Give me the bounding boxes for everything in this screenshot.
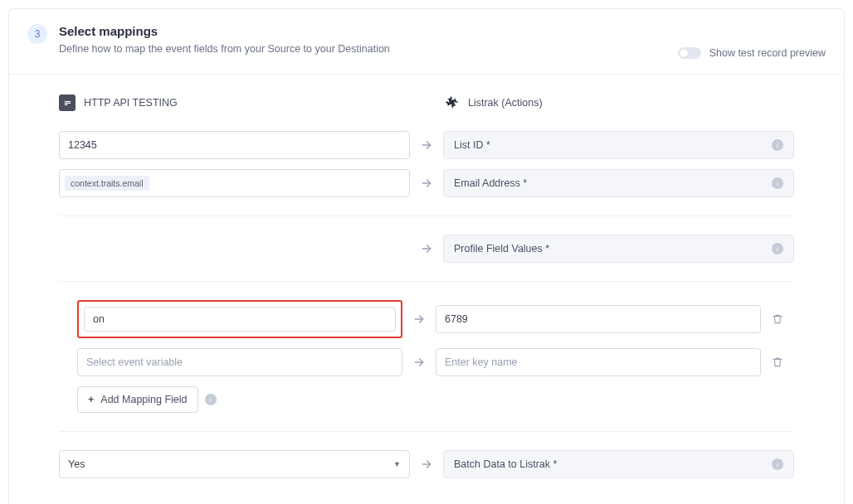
subrow1-dest-input[interactable] bbox=[436, 305, 761, 333]
info-icon[interactable]: i bbox=[772, 458, 783, 470]
separator bbox=[59, 216, 794, 216]
mapping-row-profile-fields: Profile Field Values * i bbox=[59, 235, 794, 263]
arrow-icon bbox=[402, 356, 436, 369]
preview-toggle-wrap: Show test record preview bbox=[678, 47, 826, 59]
listrak-icon bbox=[443, 94, 460, 111]
separator bbox=[59, 431, 794, 432]
header-left: 3 Select mappings Define how to map the … bbox=[27, 24, 390, 55]
add-mapping-row: + Add Mapping Field i bbox=[59, 386, 794, 413]
info-icon[interactable]: i bbox=[772, 177, 783, 189]
mappings-card: 3 Select mappings Define how to map the … bbox=[8, 8, 845, 504]
email-dest-label: Email Address * bbox=[454, 177, 527, 189]
delete-subrow1-button[interactable] bbox=[761, 313, 794, 325]
source-header: HTTP API TESTING bbox=[59, 94, 410, 111]
card-header: 3 Select mappings Define how to map the … bbox=[9, 9, 844, 75]
list-id-source-input[interactable] bbox=[59, 131, 410, 159]
profile-fields-dest-field[interactable]: Profile Field Values * i bbox=[443, 235, 794, 263]
header-texts: Select mappings Define how to map the ev… bbox=[59, 24, 390, 55]
http-api-icon bbox=[59, 94, 76, 111]
profile-fields-dest-label: Profile Field Values * bbox=[454, 243, 549, 254]
info-icon[interactable]: i bbox=[205, 394, 217, 405]
mapping-row-batch: Yes ▼ Batch Data to Listrak * i bbox=[59, 450, 794, 478]
batch-dest-field[interactable]: Batch Data to Listrak * i bbox=[443, 450, 794, 478]
mapping-subrow-2 bbox=[59, 348, 794, 376]
chevron-down-icon: ▼ bbox=[393, 460, 401, 468]
info-icon[interactable]: i bbox=[772, 243, 783, 254]
card-body: HTTP API TESTING Listrak (Actions) List … bbox=[9, 75, 844, 504]
add-mapping-label: Add Mapping Field bbox=[100, 394, 187, 405]
arrow-icon bbox=[410, 458, 443, 471]
batch-source-value: Yes bbox=[68, 458, 85, 470]
plus-icon: + bbox=[88, 394, 94, 405]
page-subtitle: Define how to map the event fields from … bbox=[59, 43, 390, 55]
list-id-dest-label: List ID * bbox=[454, 139, 490, 151]
destination-name: Listrak (Actions) bbox=[468, 97, 543, 109]
arrow-icon bbox=[410, 242, 443, 255]
email-source-input[interactable]: context.traits.email bbox=[59, 169, 410, 197]
list-id-dest-field[interactable]: List ID * i bbox=[443, 131, 794, 159]
email-dest-field[interactable]: Email Address * i bbox=[443, 169, 794, 197]
columns-header: HTTP API TESTING Listrak (Actions) bbox=[59, 94, 794, 111]
trash-icon bbox=[772, 313, 783, 325]
page-title: Select mappings bbox=[59, 24, 390, 38]
destination-header: Listrak (Actions) bbox=[443, 94, 794, 111]
batch-dest-label: Batch Data to Listrak * bbox=[454, 458, 557, 470]
mapping-subrow-1 bbox=[59, 300, 794, 338]
subrow2-dest-input[interactable] bbox=[436, 348, 761, 376]
source-name: HTTP API TESTING bbox=[84, 97, 178, 109]
preview-toggle-label: Show test record preview bbox=[709, 47, 826, 59]
delete-subrow2-button[interactable] bbox=[761, 356, 794, 368]
add-mapping-button[interactable]: + Add Mapping Field bbox=[77, 386, 198, 413]
preview-toggle[interactable] bbox=[678, 47, 701, 59]
subrow1-source-input[interactable] bbox=[84, 307, 396, 332]
batch-source-select[interactable]: Yes ▼ bbox=[59, 450, 410, 478]
info-icon[interactable]: i bbox=[772, 139, 783, 151]
arrow-icon bbox=[410, 138, 443, 152]
arrow-icon bbox=[410, 177, 443, 190]
mapping-row-list-id: List ID * i bbox=[59, 131, 794, 159]
step-badge: 3 bbox=[27, 24, 47, 44]
separator bbox=[59, 281, 794, 282]
highlighted-input-wrap bbox=[77, 300, 402, 338]
mapping-row-email: context.traits.email Email Address * i bbox=[59, 169, 794, 197]
email-chip: context.traits.email bbox=[65, 176, 149, 191]
arrow-icon bbox=[402, 313, 436, 326]
trash-icon bbox=[772, 356, 783, 368]
subrow2-source-input[interactable] bbox=[77, 348, 402, 376]
